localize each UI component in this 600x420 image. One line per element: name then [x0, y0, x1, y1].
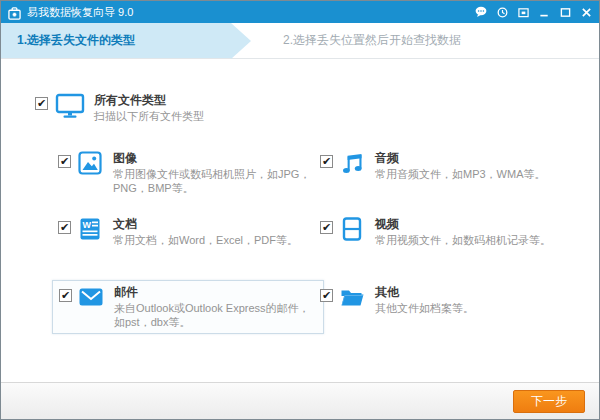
audio-icon — [340, 151, 366, 175]
filetype-desc: 常用音频文件，如MP3，WMA等。 — [375, 167, 570, 181]
svg-text:W: W — [83, 220, 92, 230]
all-types-checkbox[interactable] — [35, 97, 48, 110]
filetype-item-audio[interactable]: 音频 常用音频文件，如MP3，WMA等。 — [320, 151, 570, 181]
maximize-button[interactable] — [559, 6, 571, 18]
filetype-title: 文档 — [113, 217, 318, 231]
filetype-title: 视频 — [375, 217, 570, 231]
app-logo-icon — [8, 6, 21, 19]
filetype-title: 其他 — [375, 285, 570, 299]
filetype-item-other[interactable]: 其他 其他文件如档案等。 — [320, 285, 570, 315]
filetype-desc: 常用视频文件，如数码相机记录等。 — [375, 233, 570, 247]
all-types-desc: 扫描以下所有文件类型 — [94, 109, 204, 123]
all-types-title: 所有文件类型 — [94, 93, 204, 107]
images-checkbox[interactable] — [58, 155, 71, 168]
step-1-tab[interactable]: 1.选择丢失文件的类型 — [1, 23, 231, 58]
filetype-desc: 来自Outlook或Outlook Express的邮件，如pst，dbx等。 — [114, 301, 317, 329]
filetype-desc: 常用文档，如Word，Excel，PDF等。 — [113, 233, 318, 247]
audio-checkbox[interactable] — [320, 155, 333, 168]
mail-icon — [79, 285, 105, 309]
video-checkbox[interactable] — [320, 221, 333, 234]
other-checkbox[interactable] — [320, 289, 333, 302]
next-step-button[interactable]: 下一步 — [513, 390, 585, 413]
step-2-tab[interactable]: 2.选择丢失位置然后开始查找数据 — [231, 23, 599, 58]
filetype-title: 图像 — [113, 151, 318, 165]
document-icon: W — [78, 217, 104, 241]
window-mode-icon[interactable] — [517, 6, 529, 18]
minimize-button[interactable] — [538, 6, 550, 18]
footer-bar: 下一步 — [1, 382, 599, 419]
app-window: 易我数据恢复向导 9.0 — [0, 0, 600, 420]
all-file-types-item[interactable]: 所有文件类型 扫描以下所有文件类型 — [35, 93, 335, 123]
wizard-steps: 1.选择丢失文件的类型 2.选择丢失位置然后开始查找数据 — [1, 23, 599, 59]
filetype-item-images[interactable]: 图像 常用图像文件或数码相机照片，如JPG，PNG，BMP等。 — [58, 151, 320, 195]
file-type-panel: 所有文件类型 扫描以下所有文件类型 图像 常用图像文件或数码相机照片，如JPG，… — [1, 59, 599, 382]
close-button[interactable] — [580, 6, 592, 18]
documents-checkbox[interactable] — [58, 221, 71, 234]
filetype-title: 音频 — [375, 151, 570, 165]
window-title: 易我数据恢复向导 9.0 — [27, 5, 475, 20]
folder-icon — [340, 285, 366, 309]
filetype-item-video[interactable]: 视频 常用视频文件，如数码相机记录等。 — [320, 217, 570, 247]
mail-checkbox[interactable] — [59, 289, 72, 302]
image-icon — [78, 151, 104, 175]
filetype-title: 邮件 — [114, 285, 317, 299]
video-icon — [340, 217, 366, 241]
step-1-label: 1.选择丢失文件的类型 — [17, 32, 135, 49]
filetype-item-documents[interactable]: W 文档 常用文档，如Word，Excel，PDF等。 — [58, 217, 320, 247]
filetype-desc: 常用图像文件或数码相机照片，如JPG，PNG，BMP等。 — [113, 167, 318, 195]
chat-icon[interactable] — [475, 6, 487, 18]
filetype-desc: 其他文件如档案等。 — [375, 301, 570, 315]
history-icon[interactable] — [496, 6, 508, 18]
filetype-item-mail[interactable]: 邮件 来自Outlook或Outlook Express的邮件，如pst，dbx… — [52, 280, 324, 334]
monitor-icon — [55, 93, 85, 117]
titlebar: 易我数据恢复向导 9.0 — [1, 1, 599, 23]
step-2-label: 2.选择丢失位置然后开始查找数据 — [283, 32, 461, 49]
